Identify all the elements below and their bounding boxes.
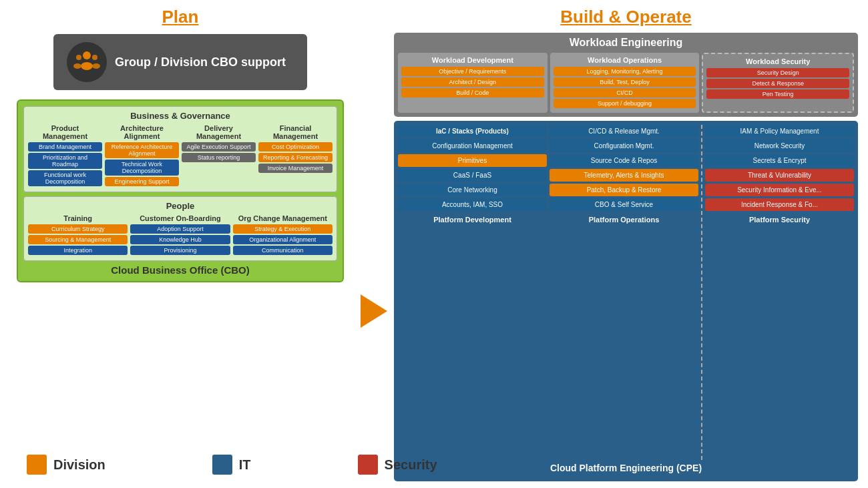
- cpe-item: CaaS / FaaS: [398, 169, 547, 182]
- bg-item: Reference Architecture Alignment: [105, 142, 179, 158]
- people-item: Sourcing & Management: [28, 235, 128, 244]
- cpe-col-ops: CI/CD & Release Mgmt. Configuration Mgmt…: [550, 125, 698, 460]
- cbo-container: Business & Governance ProductManagement …: [17, 99, 344, 282]
- bg-item: Reporting & Forecasting: [258, 153, 333, 162]
- we-security-item: Security Design: [706, 68, 849, 77]
- legend-security-label: Security: [385, 457, 437, 473]
- plan-title: Plan: [162, 7, 199, 27]
- build-section: Build & Operate Workload Engineering Wor…: [391, 7, 858, 481]
- bg-item: Prioritization and Roadmap: [28, 153, 102, 169]
- cpe-item: Primitives: [398, 154, 547, 167]
- we-col-ops: Workload Operations Logging, Monitoring,…: [550, 53, 700, 113]
- people-columns: Training Curriculum Strategy Sourcing & …: [28, 214, 333, 256]
- we-item: Support / debugging: [554, 99, 696, 108]
- cpe-col-security-title: Platform Security: [705, 213, 854, 226]
- bg-col-product-title: ProductManagement: [28, 124, 102, 140]
- workload-engineering-title: Workload Engineering: [398, 37, 854, 49]
- people-icon: [67, 42, 107, 82]
- we-col-dev: Workload Development Objective / Require…: [398, 53, 548, 113]
- business-governance-title: Business & Governance: [28, 111, 333, 121]
- cpe-item: Secrets & Encrypt: [705, 154, 854, 167]
- we-item: Architect / Design: [401, 77, 544, 87]
- people-item: Curriculum Strategy: [28, 224, 128, 234]
- cpe-col-security: IAM & Policy Management Network Security…: [701, 125, 854, 460]
- we-item: Logging, Monitoring, Alerting: [554, 67, 696, 76]
- arrow-right-icon: [361, 294, 387, 328]
- people-item: Integration: [28, 246, 128, 255]
- people-col-training: Training Curriculum Strategy Sourcing & …: [28, 214, 128, 256]
- bg-col-financial-title: FinancialManagement: [258, 124, 333, 140]
- cpe-item: Incident Response & Fo...: [705, 198, 854, 211]
- build-operate-title: Build & Operate: [394, 7, 858, 27]
- cpe-item: Network Security: [705, 140, 854, 152]
- people-col-onboarding: Customer On-Boarding Adoption Support Kn…: [130, 214, 230, 256]
- cpe-item: Patch, Backup & Restore: [550, 184, 698, 196]
- cpe-item: Accounts, IAM, SSO: [398, 198, 547, 211]
- people-item: Provisioning: [130, 246, 230, 255]
- we-columns: Workload Development Objective / Require…: [398, 53, 854, 113]
- plan-section: Plan Group / Division CBO support Busine…: [10, 7, 357, 481]
- people-box-title: People: [28, 201, 333, 211]
- cpe-item: CI/CD & Release Mgmt.: [550, 125, 698, 138]
- people-col-onboarding-title: Customer On-Boarding: [130, 214, 230, 222]
- bg-item: Agile Execution Support: [182, 142, 256, 152]
- people-item: Knowledge Hub: [130, 235, 230, 244]
- cpe-col-dev: IaC / Stacks (Products) Configuration Ma…: [398, 125, 547, 460]
- bg-columns: ProductManagement Brand Management Prior…: [28, 124, 333, 188]
- we-col-ops-title: Workload Operations: [554, 56, 696, 64]
- bg-item: Technical Work Decomposition: [105, 160, 179, 176]
- cpe-col-ops-title: Platform Operations: [550, 213, 698, 226]
- svg-point-0: [83, 51, 91, 59]
- bg-col-delivery-title: DeliveryManagement: [182, 124, 256, 140]
- bg-col-product: ProductManagement Brand Management Prior…: [28, 124, 102, 188]
- people-item: Strategy & Execution: [233, 224, 333, 234]
- cpe-item: CBO & Self Service: [550, 198, 698, 211]
- bg-col-delivery: DeliveryManagement Agile Execution Suppo…: [182, 124, 256, 188]
- people-col-training-title: Training: [28, 214, 128, 222]
- bg-col-financial: FinancialManagement Cost Optimization Re…: [258, 124, 333, 188]
- bg-item: Invoice Management: [258, 164, 333, 173]
- legend-security-box: [358, 455, 378, 475]
- we-col-dev-title: Workload Development: [401, 56, 544, 64]
- cpe-item: Configuration Management: [398, 140, 547, 152]
- bg-item: Functional work Decomposition: [28, 170, 102, 186]
- bg-item: Status reporting: [182, 153, 256, 162]
- arrow-container: [357, 7, 391, 481]
- cpe-item: IAM & Policy Management: [705, 125, 854, 138]
- cpe-item: Configuration Mgmt.: [550, 140, 698, 152]
- svg-point-4: [92, 55, 97, 60]
- svg-point-1: [81, 62, 93, 70]
- cbo-support-label: Group / Division CBO support: [115, 55, 286, 69]
- we-item: Objective / Requirements: [401, 67, 544, 76]
- legend-it-label: IT: [239, 457, 251, 473]
- workload-engineering-box: Workload Engineering Workload Developmen…: [394, 33, 858, 117]
- legend-it: IT: [212, 455, 251, 475]
- legend-division-label: Division: [53, 457, 105, 473]
- svg-point-2: [76, 55, 81, 60]
- legend-security: Security: [358, 455, 437, 475]
- we-item: CI/CD: [554, 88, 696, 97]
- legend-division: Division: [27, 455, 105, 475]
- cpe-item: Telemetry, Alerts & Insights: [550, 169, 698, 182]
- people-item: Organizational Alignment: [233, 235, 333, 244]
- cpe-item: Security Information & Eve...: [705, 184, 854, 196]
- we-col-security-title: Workload Security: [706, 57, 849, 65]
- cpe-col-dev-title: Platform Development: [398, 213, 547, 226]
- cpe-box: IaC / Stacks (Products) Configuration Ma…: [394, 121, 858, 481]
- cbo-support-box: Group / Division CBO support: [53, 34, 307, 90]
- cpe-columns: IaC / Stacks (Products) Configuration Ma…: [398, 125, 854, 460]
- cpe-item: Threat & Vulnerability: [705, 169, 854, 182]
- we-col-security: Workload Security Security Design Detect…: [702, 53, 854, 113]
- people-box: People Training Curriculum Strategy Sour…: [23, 196, 337, 261]
- people-item: Adoption Support: [130, 224, 230, 234]
- bg-item: Engineering Support: [105, 177, 179, 186]
- svg-point-3: [73, 63, 81, 69]
- we-item: Build / Code: [401, 88, 544, 97]
- people-col-change: Org Change Management Strategy & Executi…: [233, 214, 333, 256]
- bg-item: Brand Management: [28, 142, 102, 152]
- cpe-item: Core Networking: [398, 184, 547, 196]
- cpe-item: IaC / Stacks (Products): [398, 125, 547, 138]
- we-security-item: Detect & Response: [706, 79, 849, 88]
- svg-point-5: [92, 63, 100, 69]
- cpe-item: Source Code & Repos: [550, 154, 698, 167]
